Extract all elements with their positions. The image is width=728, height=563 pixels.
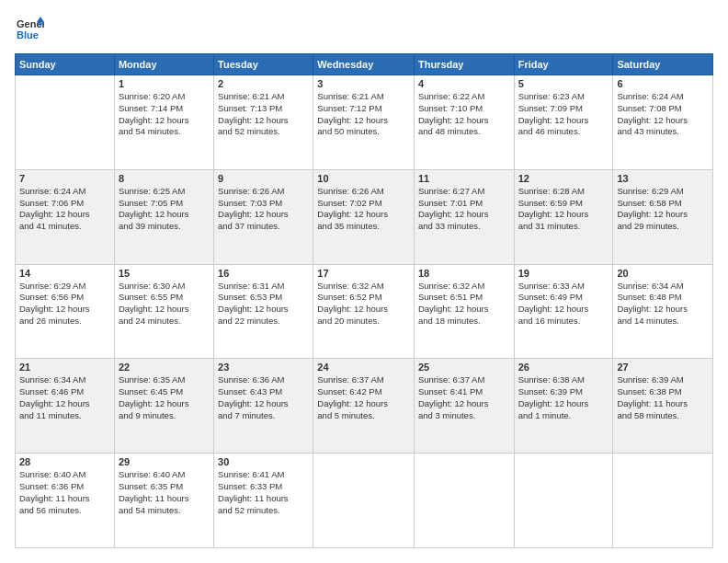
- day-info: Sunrise: 6:26 AM Sunset: 7:02 PM Dayligh…: [317, 186, 410, 233]
- day-info: Sunrise: 6:35 AM Sunset: 6:45 PM Dayligh…: [119, 374, 210, 421]
- day-info: Sunrise: 6:32 AM Sunset: 6:51 PM Dayligh…: [418, 281, 510, 327]
- day-info: Sunrise: 6:28 AM Sunset: 6:59 PM Dayligh…: [518, 186, 609, 233]
- calendar-cell: 3Sunrise: 6:21 AM Sunset: 7:12 PM Daylig…: [313, 75, 415, 170]
- calendar-cell: [514, 454, 613, 548]
- calendar-cell: 30Sunrise: 6:41 AM Sunset: 6:33 PM Dayli…: [214, 454, 313, 548]
- day-number: 9: [218, 173, 309, 184]
- calendar-cell: 10Sunrise: 6:26 AM Sunset: 7:02 PM Dayli…: [313, 169, 415, 264]
- day-number: 23: [218, 362, 309, 373]
- day-info: Sunrise: 6:21 AM Sunset: 7:12 PM Dayligh…: [317, 91, 410, 138]
- day-info: Sunrise: 6:41 AM Sunset: 6:33 PM Dayligh…: [218, 469, 309, 516]
- day-number: 22: [119, 362, 210, 373]
- day-info: Sunrise: 6:24 AM Sunset: 7:08 PM Dayligh…: [617, 91, 709, 138]
- calendar-cell: 17Sunrise: 6:32 AM Sunset: 6:52 PM Dayli…: [313, 264, 415, 359]
- calendar-week-3: 14Sunrise: 6:29 AM Sunset: 6:56 PM Dayli…: [16, 264, 713, 359]
- day-info: Sunrise: 6:32 AM Sunset: 6:52 PM Dayligh…: [317, 281, 410, 327]
- day-info: Sunrise: 6:30 AM Sunset: 6:55 PM Dayligh…: [119, 281, 210, 327]
- calendar-cell: 8Sunrise: 6:25 AM Sunset: 7:05 PM Daylig…: [114, 169, 213, 264]
- day-number: 20: [617, 268, 709, 279]
- day-info: Sunrise: 6:40 AM Sunset: 6:35 PM Dayligh…: [119, 469, 210, 516]
- page-header: General Blue: [15, 15, 713, 44]
- calendar-cell: 16Sunrise: 6:31 AM Sunset: 6:53 PM Dayli…: [214, 264, 313, 359]
- day-number: 5: [518, 78, 609, 89]
- day-info: Sunrise: 6:33 AM Sunset: 6:49 PM Dayligh…: [518, 281, 609, 327]
- calendar-week-1: 1Sunrise: 6:20 AM Sunset: 7:14 PM Daylig…: [16, 75, 713, 170]
- day-info: Sunrise: 6:39 AM Sunset: 6:38 PM Dayligh…: [617, 374, 709, 421]
- calendar-cell: [16, 75, 115, 170]
- day-number: 13: [617, 173, 709, 184]
- day-info: Sunrise: 6:27 AM Sunset: 7:01 PM Dayligh…: [418, 186, 510, 233]
- svg-text:Blue: Blue: [17, 29, 39, 40]
- day-number: 16: [218, 268, 309, 279]
- calendar-cell: 27Sunrise: 6:39 AM Sunset: 6:38 PM Dayli…: [613, 359, 713, 454]
- logo-icon: General Blue: [15, 15, 44, 44]
- day-info: Sunrise: 6:26 AM Sunset: 7:03 PM Dayligh…: [218, 186, 309, 233]
- day-info: Sunrise: 6:37 AM Sunset: 6:41 PM Dayligh…: [418, 374, 510, 421]
- day-info: Sunrise: 6:24 AM Sunset: 7:06 PM Dayligh…: [19, 186, 110, 233]
- calendar-cell: 19Sunrise: 6:33 AM Sunset: 6:49 PM Dayli…: [514, 264, 613, 359]
- calendar-cell: [414, 454, 514, 548]
- calendar-cell: 1Sunrise: 6:20 AM Sunset: 7:14 PM Daylig…: [114, 75, 213, 170]
- calendar-cell: 2Sunrise: 6:21 AM Sunset: 7:13 PM Daylig…: [214, 75, 313, 170]
- day-info: Sunrise: 6:37 AM Sunset: 6:42 PM Dayligh…: [317, 374, 410, 421]
- weekday-header-wednesday: Wednesday: [313, 54, 415, 75]
- calendar-cell: 12Sunrise: 6:28 AM Sunset: 6:59 PM Dayli…: [514, 169, 613, 264]
- calendar-week-4: 21Sunrise: 6:34 AM Sunset: 6:46 PM Dayli…: [16, 359, 713, 454]
- day-info: Sunrise: 6:36 AM Sunset: 6:43 PM Dayligh…: [218, 374, 309, 421]
- day-info: Sunrise: 6:40 AM Sunset: 6:36 PM Dayligh…: [19, 469, 110, 516]
- day-info: Sunrise: 6:20 AM Sunset: 7:14 PM Dayligh…: [119, 91, 210, 138]
- day-number: 25: [418, 362, 510, 373]
- calendar-cell: 7Sunrise: 6:24 AM Sunset: 7:06 PM Daylig…: [16, 169, 115, 264]
- day-number: 28: [19, 456, 110, 467]
- calendar-cell: 13Sunrise: 6:29 AM Sunset: 6:58 PM Dayli…: [613, 169, 713, 264]
- calendar-cell: [613, 454, 713, 548]
- calendar-cell: 21Sunrise: 6:34 AM Sunset: 6:46 PM Dayli…: [16, 359, 115, 454]
- day-number: 11: [418, 173, 510, 184]
- calendar-cell: [313, 454, 415, 548]
- day-number: 6: [617, 78, 709, 89]
- calendar-cell: 5Sunrise: 6:23 AM Sunset: 7:09 PM Daylig…: [514, 75, 613, 170]
- calendar-cell: 26Sunrise: 6:38 AM Sunset: 6:39 PM Dayli…: [514, 359, 613, 454]
- day-info: Sunrise: 6:31 AM Sunset: 6:53 PM Dayligh…: [218, 281, 309, 327]
- day-number: 24: [317, 362, 410, 373]
- calendar-cell: 11Sunrise: 6:27 AM Sunset: 7:01 PM Dayli…: [414, 169, 514, 264]
- day-number: 19: [518, 268, 609, 279]
- calendar-cell: 28Sunrise: 6:40 AM Sunset: 6:36 PM Dayli…: [16, 454, 115, 548]
- weekday-header-thursday: Thursday: [414, 54, 514, 75]
- calendar-cell: 4Sunrise: 6:22 AM Sunset: 7:10 PM Daylig…: [414, 75, 514, 170]
- weekday-header-tuesday: Tuesday: [214, 54, 313, 75]
- calendar-cell: 23Sunrise: 6:36 AM Sunset: 6:43 PM Dayli…: [214, 359, 313, 454]
- weekday-header-friday: Friday: [514, 54, 613, 75]
- day-info: Sunrise: 6:29 AM Sunset: 6:58 PM Dayligh…: [617, 186, 709, 233]
- calendar-week-5: 28Sunrise: 6:40 AM Sunset: 6:36 PM Dayli…: [16, 454, 713, 548]
- day-info: Sunrise: 6:34 AM Sunset: 6:48 PM Dayligh…: [617, 281, 709, 327]
- day-info: Sunrise: 6:34 AM Sunset: 6:46 PM Dayligh…: [19, 374, 110, 421]
- calendar-table: SundayMondayTuesdayWednesdayThursdayFrid…: [15, 53, 713, 548]
- day-number: 1: [119, 78, 210, 89]
- day-number: 27: [617, 362, 709, 373]
- calendar-cell: 15Sunrise: 6:30 AM Sunset: 6:55 PM Dayli…: [114, 264, 213, 359]
- calendar-cell: 20Sunrise: 6:34 AM Sunset: 6:48 PM Dayli…: [613, 264, 713, 359]
- day-info: Sunrise: 6:38 AM Sunset: 6:39 PM Dayligh…: [518, 374, 609, 421]
- calendar-cell: 29Sunrise: 6:40 AM Sunset: 6:35 PM Dayli…: [114, 454, 213, 548]
- day-number: 21: [19, 362, 110, 373]
- day-number: 18: [418, 268, 510, 279]
- day-number: 3: [317, 78, 410, 89]
- calendar-week-2: 7Sunrise: 6:24 AM Sunset: 7:06 PM Daylig…: [16, 169, 713, 264]
- weekday-header-saturday: Saturday: [613, 54, 713, 75]
- day-number: 14: [19, 268, 110, 279]
- calendar-cell: 22Sunrise: 6:35 AM Sunset: 6:45 PM Dayli…: [114, 359, 213, 454]
- logo: General Blue: [15, 15, 48, 44]
- weekday-header-monday: Monday: [114, 54, 213, 75]
- day-info: Sunrise: 6:21 AM Sunset: 7:13 PM Dayligh…: [218, 91, 309, 138]
- calendar-cell: 6Sunrise: 6:24 AM Sunset: 7:08 PM Daylig…: [613, 75, 713, 170]
- calendar-cell: 14Sunrise: 6:29 AM Sunset: 6:56 PM Dayli…: [16, 264, 115, 359]
- day-number: 17: [317, 268, 410, 279]
- calendar-cell: 9Sunrise: 6:26 AM Sunset: 7:03 PM Daylig…: [214, 169, 313, 264]
- day-number: 2: [218, 78, 309, 89]
- day-info: Sunrise: 6:23 AM Sunset: 7:09 PM Dayligh…: [518, 91, 609, 138]
- day-info: Sunrise: 6:25 AM Sunset: 7:05 PM Dayligh…: [119, 186, 210, 233]
- day-info: Sunrise: 6:29 AM Sunset: 6:56 PM Dayligh…: [19, 281, 110, 327]
- day-number: 10: [317, 173, 410, 184]
- day-number: 12: [518, 173, 609, 184]
